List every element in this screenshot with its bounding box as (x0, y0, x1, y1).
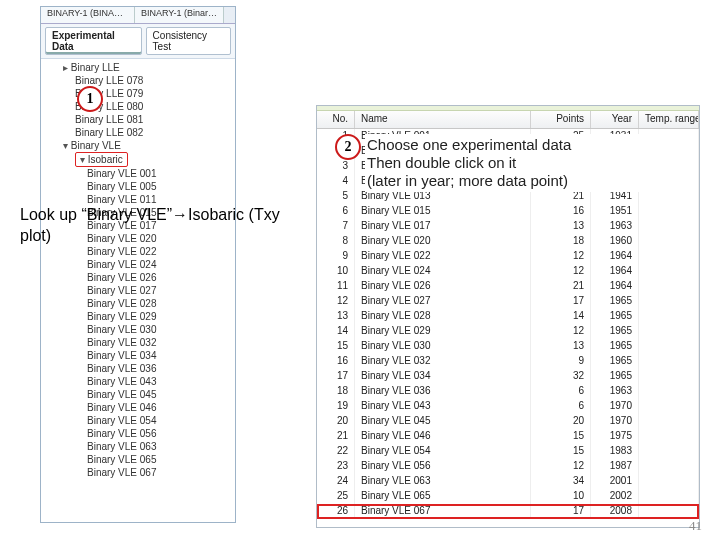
table-row[interactable]: 6Binary VLE 015161951 (317, 204, 699, 219)
document-tab-2-label: BINARY-1 (Binar… (141, 8, 217, 18)
tree-folder-binary-lle[interactable]: Binary LLE (63, 61, 235, 74)
table-row[interactable]: 11Binary VLE 026211964 (317, 279, 699, 294)
cell-name: Binary VLE 065 (355, 489, 531, 504)
table-row[interactable]: 26Binary VLE 067172008 (317, 504, 699, 519)
tree-item[interactable]: Binary VLE 030 (87, 323, 235, 336)
col-header-year[interactable]: Year (591, 111, 639, 128)
subtab-strip: Experimental Data Consistency Test (41, 24, 235, 59)
cell-trange (639, 459, 699, 474)
table-row[interactable]: 18Binary VLE 03661963 (317, 384, 699, 399)
tree-item[interactable]: Binary VLE 032 (87, 336, 235, 349)
table-row[interactable]: 23Binary VLE 056121987 (317, 459, 699, 474)
instruction-line-3: (later in year; more data point) (367, 172, 643, 190)
table-row[interactable]: 20Binary VLE 045201970 (317, 414, 699, 429)
data-tree[interactable]: Binary LLE Binary LLE 078Binary LLE 079B… (41, 59, 235, 534)
cell-trange (639, 279, 699, 294)
cell-year: 1964 (591, 279, 639, 294)
table-row[interactable]: 25Binary VLE 065102002 (317, 489, 699, 504)
instruction-choose-data: Choose one experimental data Then double… (365, 134, 645, 192)
callout-bubble-1: 1 (77, 86, 103, 112)
cell-trange (639, 354, 699, 369)
table-row[interactable]: 12Binary VLE 027171965 (317, 294, 699, 309)
cell-year: 1951 (591, 204, 639, 219)
tree-item[interactable]: Binary VLE 034 (87, 349, 235, 362)
cell-points: 15 (531, 444, 591, 459)
tree-item[interactable]: Binary VLE 054 (87, 414, 235, 427)
cell-points: 12 (531, 324, 591, 339)
cell-name: Binary VLE 032 (355, 354, 531, 369)
table-row[interactable]: 13Binary VLE 028141965 (317, 309, 699, 324)
col-header-name[interactable]: Name (355, 111, 531, 128)
tree-item[interactable]: Binary VLE 028 (87, 297, 235, 310)
cell-no: 20 (317, 414, 355, 429)
table-row[interactable]: 19Binary VLE 04361970 (317, 399, 699, 414)
tree-item[interactable]: Binary VLE 045 (87, 388, 235, 401)
slide-root: BINARY-1 (BINARY) - Input× BINARY-1 (Bin… (0, 0, 720, 540)
table-row[interactable]: 17Binary VLE 034321965 (317, 369, 699, 384)
cell-trange (639, 504, 699, 519)
tree-item[interactable]: Binary VLE 026 (87, 271, 235, 284)
cell-name: Binary VLE 030 (355, 339, 531, 354)
cell-trange (639, 489, 699, 504)
cell-points: 12 (531, 459, 591, 474)
tree-item[interactable]: Binary VLE 065 (87, 453, 235, 466)
cell-year: 1965 (591, 354, 639, 369)
document-tabstrip: BINARY-1 (BINARY) - Input× BINARY-1 (Bin… (41, 7, 235, 24)
tree-item[interactable]: Binary VLE 067 (87, 466, 235, 479)
cell-no: 17 (317, 369, 355, 384)
tree-item[interactable]: Binary VLE 022 (87, 245, 235, 258)
cell-no: 9 (317, 249, 355, 264)
table-row[interactable]: 15Binary VLE 030131965 (317, 339, 699, 354)
table-row[interactable]: 14Binary VLE 029121965 (317, 324, 699, 339)
tree-item[interactable]: Binary VLE 001 (87, 167, 235, 180)
cell-trange (639, 429, 699, 444)
cell-points: 9 (531, 354, 591, 369)
cell-trange (639, 249, 699, 264)
cell-trange (639, 189, 699, 204)
table-row[interactable]: 22Binary VLE 054151983 (317, 444, 699, 459)
cell-points: 34 (531, 474, 591, 489)
col-header-points[interactable]: Points (531, 111, 591, 128)
col-header-no[interactable]: No. (317, 111, 355, 128)
tree-node-isobaric[interactable]: Isobaric (75, 152, 128, 167)
tree-item[interactable]: Binary VLE 046 (87, 401, 235, 414)
tree-folder-binary-vle[interactable]: Binary VLE (63, 139, 235, 152)
cell-name: Binary VLE 028 (355, 309, 531, 324)
tree-item[interactable]: Binary VLE 056 (87, 427, 235, 440)
cell-no: 14 (317, 324, 355, 339)
tab-consistency-test[interactable]: Consistency Test (146, 27, 231, 55)
tree-item[interactable]: Binary VLE 036 (87, 362, 235, 375)
tree-item[interactable]: Binary VLE 005 (87, 180, 235, 193)
table-row[interactable]: 8Binary VLE 020181960 (317, 234, 699, 249)
cell-trange (639, 144, 699, 159)
cell-trange (639, 339, 699, 354)
cell-name: Binary VLE 054 (355, 444, 531, 459)
table-row[interactable]: 16Binary VLE 03291965 (317, 354, 699, 369)
document-tab-2[interactable]: BINARY-1 (Binar… (135, 7, 224, 23)
cell-no: 16 (317, 354, 355, 369)
col-header-trange[interactable]: Temp. ranges (K) (639, 111, 699, 128)
cell-name: Binary VLE 020 (355, 234, 531, 249)
document-tab-1[interactable]: BINARY-1 (BINARY) - Input× (41, 7, 135, 23)
table-row[interactable]: 21Binary VLE 046151975 (317, 429, 699, 444)
tree-item[interactable]: Binary LLE 078 (75, 74, 235, 87)
table-row[interactable]: 7Binary VLE 017131963 (317, 219, 699, 234)
tab-experimental-data[interactable]: Experimental Data (45, 27, 142, 55)
table-row[interactable]: 24Binary VLE 063342001 (317, 474, 699, 489)
tree-item[interactable]: Binary VLE 043 (87, 375, 235, 388)
cell-year: 2001 (591, 474, 639, 489)
cell-no: 8 (317, 234, 355, 249)
instruction-line-2: Then double click on it (367, 154, 643, 172)
tree-item[interactable]: Binary VLE 024 (87, 258, 235, 271)
instruction-line-1: Choose one experimental data (367, 136, 643, 154)
tree-item[interactable]: Binary LLE 081 (75, 113, 235, 126)
tree-item[interactable]: Binary VLE 027 (87, 284, 235, 297)
tree-item[interactable]: Binary LLE 082 (75, 126, 235, 139)
cell-trange (639, 414, 699, 429)
tree-item[interactable]: Binary VLE 029 (87, 310, 235, 323)
table-row[interactable]: 10Binary VLE 024121964 (317, 264, 699, 279)
cell-trange (639, 369, 699, 384)
callout-bubble-2: 2 (335, 134, 361, 160)
tree-item[interactable]: Binary VLE 063 (87, 440, 235, 453)
table-row[interactable]: 9Binary VLE 022121964 (317, 249, 699, 264)
